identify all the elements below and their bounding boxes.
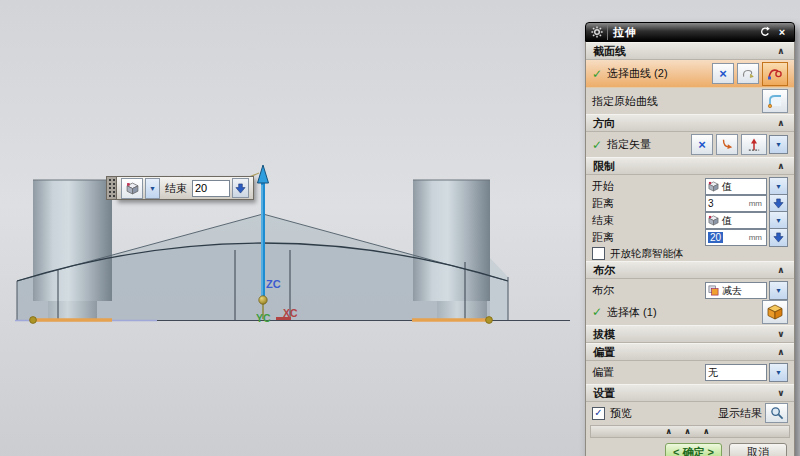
vector-dialog-button[interactable] — [716, 134, 738, 155]
specify-vector-label: 指定矢量 — [607, 137, 651, 152]
right-pedestal[interactable] — [437, 301, 487, 321]
select-curve-label: 选择曲线 (2) — [607, 66, 668, 81]
blue-down-arrow-icon — [773, 198, 784, 209]
section-header-section-line[interactable]: 截面线 ∧ — [586, 42, 794, 60]
section-line-header-label: 截面线 — [593, 44, 626, 59]
value-mode-button[interactable] — [121, 178, 143, 199]
solid-body-cube-icon — [766, 303, 784, 321]
select-body-row[interactable]: ✓ 选择体 (1) — [586, 299, 794, 325]
end-distance-field[interactable]: 20 mm — [705, 229, 767, 246]
cancel-button[interactable]: 取消 — [729, 443, 787, 456]
boolean-header-label: 布尔 — [593, 263, 615, 278]
dialog-collapse-strip[interactable]: ∧ ∧ ∧ — [590, 425, 790, 438]
start-label: 开始 — [592, 179, 614, 194]
blue-down-arrow-icon — [773, 232, 784, 243]
section-header-settings[interactable]: 设置 ∨ — [586, 384, 794, 402]
gear-icon — [591, 26, 603, 38]
magnifier-icon — [770, 406, 784, 420]
draft-header-label: 拔模 — [593, 327, 615, 342]
collapse-carets: ∧ ∧ ∧ — [666, 427, 715, 436]
start-distance-field[interactable]: 3 mm — [705, 195, 767, 212]
offset-row: 偏置 无 ▼ — [586, 364, 794, 381]
green-check-icon: ✓ — [592, 305, 602, 319]
start-distance-value: 3 — [708, 198, 714, 209]
chevron-up-icon[interactable]: ∧ — [773, 161, 789, 171]
stop-at-intersection-button[interactable]: × — [712, 63, 734, 84]
select-body-button[interactable] — [762, 300, 788, 324]
left-pedestal[interactable] — [48, 301, 97, 321]
origin-curve-button[interactable] — [762, 89, 788, 113]
inline-spinner-button[interactable] — [232, 178, 249, 198]
end-distance-inline-input[interactable] — [192, 180, 230, 197]
section-header-limits[interactable]: 限制 ∧ — [586, 157, 794, 175]
value-cube-icon — [708, 215, 719, 226]
close-button[interactable]: × — [775, 26, 789, 38]
toolbar-drag-handle[interactable] — [106, 176, 116, 200]
boolean-combo[interactable]: 减去 — [705, 282, 767, 299]
endpoint-dot-right[interactable] — [486, 317, 493, 324]
specify-vector-row[interactable]: ✓ 指定矢量 × ▼ — [586, 132, 794, 157]
preview-checkbox[interactable]: ✓ — [592, 407, 605, 420]
chevron-down-icon[interactable]: ∨ — [773, 329, 789, 339]
offset-combo[interactable]: 无 — [705, 364, 767, 381]
end-mode-value: 值 — [722, 214, 732, 228]
zc-axis-label: ZC — [266, 278, 281, 290]
section-header-direction[interactable]: 方向 ∧ — [586, 114, 794, 132]
offset-header-label: 偏置 — [593, 345, 615, 360]
green-check-icon: ✓ — [592, 67, 602, 81]
vector-type-dropdown[interactable]: ▼ — [769, 135, 788, 154]
ok-button[interactable]: < 确定 > — [665, 443, 722, 456]
value-cube-icon — [126, 182, 139, 195]
open-profile-checkbox[interactable] — [592, 247, 605, 260]
end-label: 结束 — [592, 213, 614, 228]
value-cube-icon — [708, 181, 719, 192]
offset-dropdown[interactable]: ▼ — [769, 363, 788, 382]
yc-axis-label: YC — [256, 312, 271, 324]
section-header-offset[interactable]: 偏置 ∧ — [586, 343, 794, 361]
settings-header-label: 设置 — [593, 386, 615, 401]
reset-icon — [759, 26, 770, 37]
toolbar-body: ▼ 结束 — [116, 176, 254, 200]
end-mode-combo[interactable]: 值 — [705, 212, 767, 229]
right-cylinder[interactable] — [413, 180, 490, 301]
chevron-down-icon[interactable]: ∨ — [773, 388, 789, 398]
sketch-section-button[interactable] — [762, 62, 788, 86]
end-distance-options[interactable] — [769, 228, 788, 247]
start-mode-row: 开始 值 ▼ — [586, 178, 794, 195]
dropdown-arrow-icon: ▼ — [775, 287, 782, 294]
boolean-label: 布尔 — [592, 283, 614, 298]
dialog-body: 截面线 ∧ ✓ 选择曲线 (2) × — [585, 42, 795, 456]
dialog-titlebar[interactable]: 拉伸 × — [585, 22, 795, 42]
boolean-mode-row: 布尔 减去 ▼ — [586, 282, 794, 299]
preview-label: 预览 — [610, 406, 632, 421]
section-header-draft[interactable]: 拔模 ∨ — [586, 325, 794, 343]
boolean-dropdown[interactable]: ▼ — [769, 281, 788, 300]
chevron-up-icon[interactable]: ∧ — [773, 347, 789, 357]
chevron-up-icon[interactable]: ∧ — [773, 265, 789, 275]
specify-origin-curve-row[interactable]: 指定原始曲线 — [586, 88, 794, 114]
start-mode-combo[interactable]: 值 — [705, 178, 767, 195]
chevron-up-icon[interactable]: ∧ — [773, 118, 789, 128]
show-result-button[interactable] — [765, 403, 788, 423]
reset-button[interactable] — [757, 26, 771, 39]
show-result-label: 显示结果 — [718, 406, 762, 421]
region-select-button[interactable] — [737, 63, 759, 84]
extrude-dialog: 拉伸 × 截面线 ∧ ✓ 选择曲线 (2) × — [585, 22, 795, 456]
vector-flip-button[interactable]: × — [691, 134, 713, 155]
origin-curve-icon — [766, 92, 784, 110]
open-profile-row[interactable]: 开放轮廓智能体 — [586, 246, 794, 261]
section-header-boolean[interactable]: 布尔 ∧ — [586, 261, 794, 279]
select-curve-row[interactable]: ✓ 选择曲线 (2) × — [586, 60, 794, 88]
dialog-title: 拉伸 — [607, 25, 753, 40]
chevron-up-icon[interactable]: ∧ — [773, 46, 789, 56]
left-cylinder[interactable] — [33, 180, 112, 301]
origin-handle-sphere[interactable] — [259, 296, 267, 304]
end-mode-row: 结束 值 ▼ — [586, 212, 794, 229]
select-body-label: 选择体 (1) — [607, 305, 657, 320]
onscreen-input-toolbar[interactable]: ▼ 结束 — [106, 176, 254, 200]
limits-header-label: 限制 — [593, 159, 615, 174]
value-mode-dropdown[interactable]: ▼ — [145, 178, 160, 199]
inferred-vector-button[interactable] — [741, 134, 767, 155]
endpoint-dot-left[interactable] — [30, 317, 37, 324]
green-check-icon: ✓ — [592, 138, 602, 152]
